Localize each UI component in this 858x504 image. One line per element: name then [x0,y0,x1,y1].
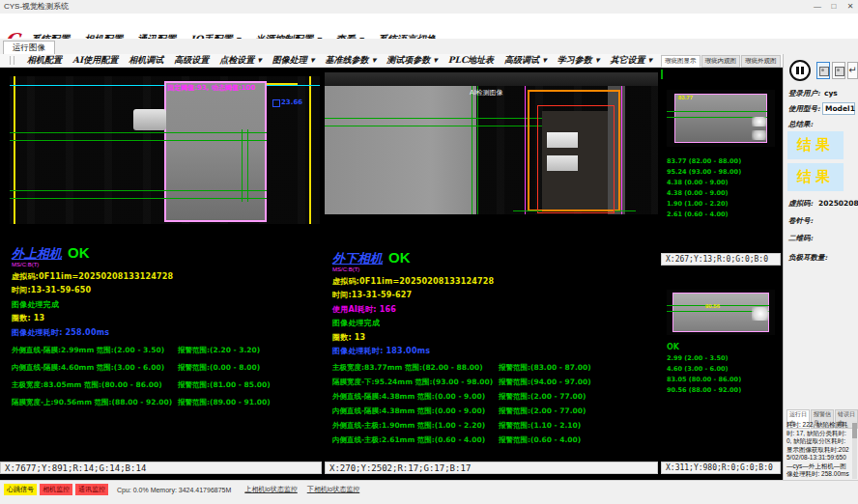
green-measure-line [10,198,267,199]
tool-test-params[interactable]: 测试项参数 ▾ [386,54,438,67]
status-bar: 心跳信号 相机监控 通讯监控 Cpu: 0.0% Memory: 3424.41… [0,480,858,504]
lower-camera-io-link[interactable]: 下相机io状态监控 [307,485,359,494]
window-title: CYS-视觉检测系统 [4,1,69,12]
log-scrollbar-thumb[interactable] [852,423,857,438]
tool-advanced-settings[interactable]: 高级设置 [174,54,209,67]
defect-top-view[interactable]: 83.77 83.77 (82.00 - 88.00) 95.24 (93.00… [661,68,781,253]
small-result-line: 83.77 (82.00 - 88.00) [667,157,741,165]
middle-camera-image[interactable]: AI检测图像 [325,72,658,214]
ok-status-label: OK [667,343,741,351]
green-short-line [513,210,542,211]
pin-number-label: 卷针号: [788,216,813,226]
model-label: 使用型号: [788,104,820,114]
snapshot-button-1[interactable] [816,62,830,79]
green-edge-mark [661,70,663,79]
log-scrollbar[interactable] [852,421,857,479]
tool-camera-debug[interactable]: 相机调试 [129,54,163,67]
tab-defect-inner[interactable]: 瑕疵内观图 [701,55,741,68]
measurement-row: 外侧直线-隔膜:2.99mm 范围:(2.00 - 3.50)报警范围:(2.2… [12,346,319,355]
tool-learning-params[interactable]: 学习参数 ▾ [558,54,600,67]
tool-camera-config[interactable]: 相机配置 [27,54,62,67]
ai-time-line: 使用AI耗时: 166 [332,304,656,315]
process-time-line: 图像处理耗时: 258.00ms [12,327,319,338]
minimize-icon[interactable]: — [810,0,825,13]
small-result-line: 95.24 (93.00 - 98.00) [667,168,741,176]
overlay-value: 90.56 [705,303,720,309]
left-coords-bar: X:7677;Y:891;R:14;G:14;B:14 [0,462,322,474]
threshold-caption: 固定阈值:93, 动态阈值:100 [167,83,255,93]
small-result-line: 4.60 (3.00 - 6.00) [667,365,741,373]
snapshot-button-2[interactable] [832,62,845,79]
virtual-code-value: 20250208 [818,199,858,208]
green-measure-line [10,140,267,141]
defect-bottom-image[interactable]: 90.56 [667,290,775,335]
measurement-row: 内侧直线-隔膜:4.60mm 范围:(3.00 - 6.00)报警范围:(0.0… [12,363,319,373]
green-short-line [615,210,636,211]
green-vertical-line [477,86,478,214]
control-panel: ↵ 登录用户: cys 使用型号: Model1 总结果: 结果 结果 虚拟码:… [783,54,858,480]
tool-plc-address-table[interactable]: PLC地址表 [448,54,494,67]
result-box-lower: 结果 [787,163,844,191]
tool-baseline-params[interactable]: 基准线参数 ▾ [326,54,377,67]
green-vertical-line [472,86,472,214]
pause-icon [801,67,804,74]
close-icon[interactable]: ✕ [843,0,858,13]
return-arrow-icon[interactable]: ↵ [847,62,858,79]
small-result-line: 1.90 (1.00 - 2.20) [667,200,741,208]
tool-image-processing[interactable]: 图像处理 ▾ [272,54,315,67]
measurement-row: 主极宽度:83.77mm 范围:(82.00 - 88.00)报警范围:(83.… [332,363,656,373]
green-vertical-line [242,129,243,202]
defect-top-image[interactable]: 83.77 [667,90,775,147]
model-select[interactable]: Model1 [822,102,855,115]
defect-tab-strip: 瑕疵图显示 瑕疵内观图 瑕疵外观图 [661,54,781,68]
tab-count-label: 负极耳数量: [788,253,827,263]
tab-defect-display[interactable]: 瑕疵图显示 [661,55,701,68]
measurement-row: 外侧直线-主极:1.90mm 范围:(1.00 - 2.20)报警范围:(1.1… [332,421,656,431]
small-result-line: 90.56 (88.00 - 92.00) [667,386,741,394]
upper-camera-io-link[interactable]: 上相机io状态监控 [244,485,297,494]
login-user-label: 登录用户: [788,89,820,98]
left-result-block: 外上相机OK MS/C:B(T) 虚拟码:0F11im=202502081331… [12,244,319,407]
green-measure-line [325,118,552,119]
measurement-row: 隔膜宽度-上:90.56mm 范围:(88.00 - 92.00)报警范围:(8… [12,398,319,407]
pause-button[interactable] [789,60,811,81]
ai-image-caption: AI检测图像 [470,88,503,98]
virtual-code-line: 虚拟码:0F11im=20250208133124728 [332,276,656,287]
magenta-vertical-line [525,86,526,214]
green-measure-line [10,132,267,133]
ok-status-label: OK [68,244,90,261]
defect-top-coords-bar: X:267;Y:13;R:0;G:0;B:0 [661,253,781,266]
measurement-row: 内侧直线-主极:2.61mm 范围:(0.60 - 4.00)报警范围:(0.6… [332,435,656,445]
bright-blob [752,117,767,126]
left-camera-view[interactable]: 固定阈值:93, 动态阈值:100 23.66 外上相机OK MS/C:B(T)… [8,68,322,462]
cpu-memory-text: Cpu: 0.0% Memory: 3424.41796875M [117,487,231,493]
small-result-line: 2.99 (2.00 - 3.50) [667,354,741,362]
clip-object [133,109,166,130]
pause-icon [796,67,799,74]
ok-status-label: OK [388,249,411,266]
process-time-line: 图像处理耗时: 183.00ms [332,346,656,356]
tool-advanced-debug[interactable]: 高级调试 ▾ [504,54,547,67]
middle-camera-view[interactable]: AI检测图像 外下相机OK MS/C:B(T) 虚拟码:0F11im=20250… [325,68,658,462]
small-result-line: 2.61 (0.60 - 4.00) [667,210,741,218]
measurement-row: 主极宽度:83.05mm 范围:(80.00 - 86.00)报警范围:(81.… [12,380,319,390]
maximize-icon[interactable]: □ [826,0,842,13]
red-roi-box [537,105,615,213]
magenta-vertical-line [621,86,622,214]
bright-blob [752,130,767,140]
time-line: 时间:13-31-59-627 [332,290,656,300]
blue-measure-tag: 23.66 [281,98,302,106]
time-line: 时间:13-31-59-650 [12,285,319,295]
green-vertical-line [247,129,248,202]
small-result-line: 83.05 (80.00 - 86.00) [667,376,741,383]
tab-defect-outer[interactable]: 瑕疵外观图 [741,55,781,68]
tool-spotcheck-settings[interactable]: 点检设置 ▾ [219,54,262,67]
virtual-code-line: 虚拟码:0F11im=20250208133124728 [12,271,319,282]
defect-bottom-view[interactable]: 90.56 OK 2.99 (2.00 - 3.50) 4.60 (3.00 -… [661,266,781,462]
machine-top-band [325,72,658,86]
green-measure-line [325,126,552,126]
total-result-label: 总结果: [788,120,813,129]
left-camera-image[interactable]: 固定阈值:93, 动态阈值:100 23.66 [10,76,320,224]
tool-other-settings[interactable]: 其它设置 ▾ [610,54,652,67]
tool-ai-config[interactable]: AI使用配置 [72,54,118,67]
